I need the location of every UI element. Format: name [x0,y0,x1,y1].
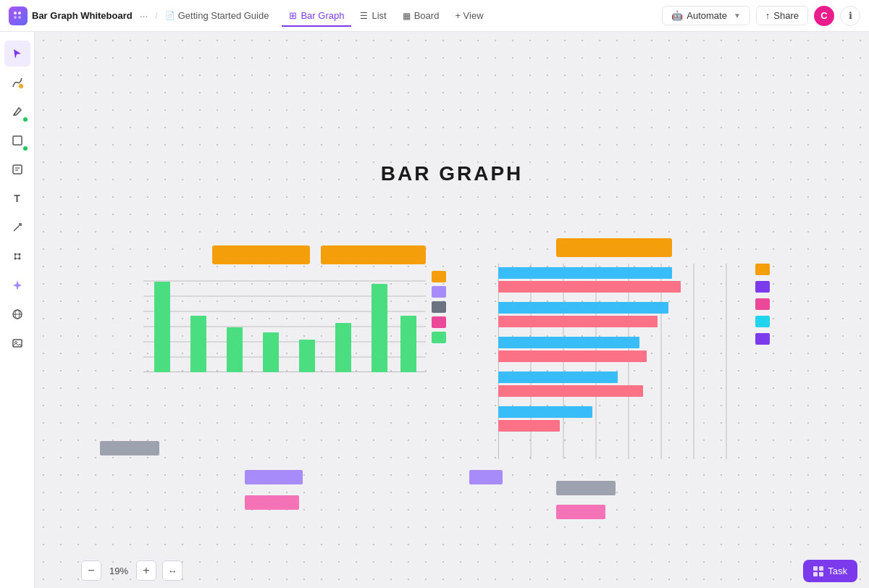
text-tool[interactable]: T [4,185,30,211]
svg-rect-51 [498,337,639,348]
legend-gray [432,301,446,313]
media-tool[interactable] [4,330,30,356]
fit-to-screen-button[interactable]: ↔ [162,560,182,581]
svg-rect-56 [498,420,560,432]
svg-rect-34 [263,332,279,372]
bar-graph-tab-icon: ⊞ [289,10,297,21]
hbar-legend-teal [755,316,770,327]
svg-rect-49 [498,302,668,314]
hbar-gray-bottom [556,481,616,495]
apps-tool[interactable] [4,243,30,269]
zoom-in-button[interactable]: + [136,560,156,581]
notes-tool[interactable] [4,156,30,182]
add-view-button[interactable]: + View [448,6,490,25]
zoom-out-button[interactable]: − [81,560,101,581]
main-area: + T [0,32,869,588]
hbar-legend [755,264,770,345]
svg-rect-38 [400,316,416,372]
automate-button[interactable]: 🤖 Automate ▼ [662,6,750,25]
h-orange-top [556,238,672,257]
topbar: Bar Graph Whiteboard ··· / 📄 Getting Sta… [0,0,869,32]
chart-grid-svg [143,271,426,372]
pen-tool[interactable] [4,98,30,125]
share-button[interactable]: ↑ Share [756,6,808,25]
horizontal-bar-chart [498,217,817,506]
automate-icon: 🤖 [671,10,683,21]
project-title: Bar Graph Whiteboard [32,10,133,21]
svg-point-3 [18,16,21,19]
breadcrumb-separator: / [155,11,157,21]
canvas-title: BAR GRAPH [381,162,524,185]
smart-draw-tool[interactable]: + [4,70,30,96]
zoom-level: 19% [107,566,130,576]
svg-rect-22 [13,340,22,347]
svg-rect-7 [13,165,22,174]
canvas[interactable]: BAR GRAPH [35,32,869,588]
svg-rect-54 [498,385,643,397]
topbar-right: 🤖 Automate ▼ ↑ Share C ℹ [662,6,860,26]
svg-rect-55 [498,406,592,418]
nav-tabs: ⊞ Bar Graph ☰ List ▦ Board + View [282,5,490,26]
svg-rect-48 [498,281,681,293]
legend-purple [432,286,446,298]
hbar-legend-purple2 [755,333,770,345]
svg-rect-35 [299,340,315,372]
svg-point-0 [14,12,17,14]
svg-rect-47 [498,267,672,279]
hbar-pink-bottom [556,505,605,519]
info-button[interactable]: ℹ [840,6,860,26]
app-logo [9,7,28,25]
pink-annotation-block [245,495,299,510]
vertical-bar-chart [100,217,462,448]
hbar-chart-svg [498,264,744,481]
svg-rect-50 [498,316,658,327]
tab-bar-graph[interactable]: ⊞ Bar Graph [282,6,351,27]
ai-tool[interactable] [4,272,30,298]
avatar: C [814,6,834,26]
shapes-tool[interactable] [4,127,30,154]
board-tab-icon: ▦ [403,11,411,21]
legend-pink [432,316,446,328]
document-icon: 📄 [165,11,175,20]
svg-point-1 [18,12,21,14]
legend [432,271,446,343]
fit-icon: ↔ [168,566,177,576]
svg-rect-37 [371,284,387,372]
svg-line-10 [14,224,21,231]
select-tool[interactable] [4,41,30,67]
toolbar: + T [0,32,35,588]
tab-list[interactable]: ☰ List [353,6,393,27]
connector-tool[interactable] [4,214,30,240]
svg-rect-36 [335,323,351,372]
svg-rect-33 [227,327,243,372]
svg-rect-53 [498,371,618,383]
legend-orange [432,271,446,282]
orange-bar-top-right [321,245,426,264]
gray-annotation-block [100,441,159,455]
svg-rect-32 [190,316,206,372]
purple-annotation-block [245,470,303,484]
hbar-legend-purple [755,281,770,293]
topbar-left: Bar Graph Whiteboard ··· / 📄 Getting Sta… [9,5,662,26]
svg-rect-31 [154,282,170,372]
automate-chevron-icon: ▼ [734,12,741,20]
breadcrumb-getting-started[interactable]: 📄 Getting Started Guide [162,9,272,22]
hbar-legend-orange [755,264,770,275]
orange-bar-top-left [212,245,310,264]
tab-board[interactable]: ▦ Board [395,6,447,27]
svg-rect-6 [13,136,22,145]
bottombar: − 19% + ↔ [70,553,869,588]
svg-point-2 [14,16,17,19]
list-tab-icon: ☰ [360,11,368,21]
svg-text:+: + [20,84,22,88]
globe-tool[interactable] [4,301,30,327]
share-icon: ↑ [765,10,771,21]
svg-rect-52 [498,350,647,362]
hbar-legend-pink [755,298,770,310]
legend-green [432,332,446,343]
more-options-button[interactable]: ··· [137,9,151,23]
